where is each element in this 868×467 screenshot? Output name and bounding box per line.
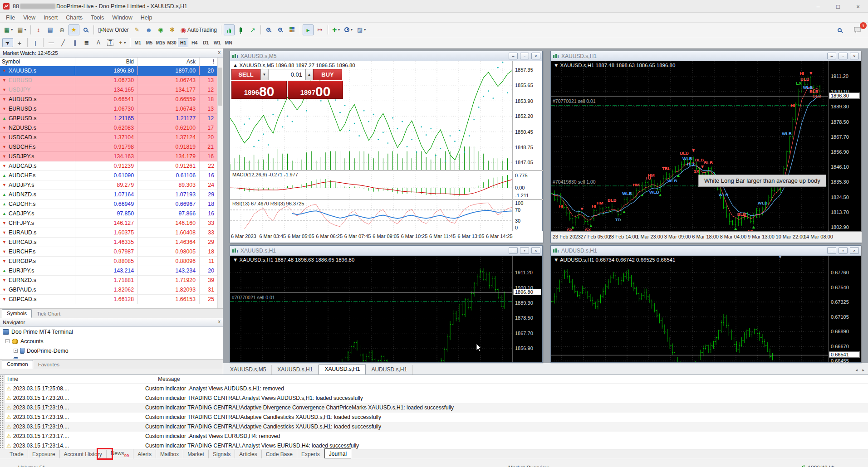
- menu-help[interactable]: Help: [137, 14, 157, 22]
- tab-signals[interactable]: Signals: [209, 450, 235, 458]
- expand-icon[interactable]: +: [14, 349, 18, 353]
- sell-price[interactable]: 189680: [231, 81, 287, 99]
- terminal-column-header[interactable]: Time Message: [0, 375, 868, 384]
- timeframe-m1-button[interactable]: M1: [132, 39, 143, 47]
- col-bid[interactable]: Bid: [75, 58, 138, 66]
- periods-button[interactable]: ▾: [343, 24, 354, 35]
- col-spread[interactable]: !: [200, 58, 218, 66]
- maximize-button[interactable]: □: [828, 0, 848, 13]
- volume-input[interactable]: 0.01: [268, 69, 305, 80]
- line-chart-button[interactable]: ↗: [247, 24, 258, 35]
- table-row-USDJPY[interactable]: ▼USDJPY134.165134.17712: [0, 85, 223, 95]
- table-row-EURGBP.s[interactable]: ▼EURGBP.s0.880850.8809611: [0, 257, 223, 266]
- table-row-EURJPY.s[interactable]: ▲EURJPY.s143.214143.23420: [0, 266, 223, 276]
- chart-body[interactable]: ▲ XAUUSD.s,M5 1896.88 1897.27 1896.55 18…: [230, 61, 542, 243]
- col-time[interactable]: Time: [6, 375, 154, 384]
- zoom-in-button[interactable]: +: [263, 24, 274, 35]
- chat-button[interactable]: 1: [852, 24, 863, 35]
- table-row-USDCAD.s[interactable]: ▼USDCAD.s1.371041.3712420: [0, 133, 223, 142]
- text-button[interactable]: A: [93, 38, 104, 47]
- timeframe-h1-button[interactable]: H1: [178, 39, 188, 47]
- arrows-button[interactable]: ✦▾: [117, 38, 128, 47]
- tab-favorites[interactable]: Favorites: [34, 361, 64, 369]
- chart-window-titlebar[interactable]: XAUUSD.s,M5–▫×: [230, 51, 542, 61]
- market-watch-header[interactable]: Market Watch: 12:45:25 x: [0, 49, 223, 58]
- autotrading-button[interactable]: ◉AutoTrading: [179, 24, 219, 35]
- window-minimize-button[interactable]: –: [827, 247, 836, 254]
- tab-journal[interactable]: Journal: [324, 448, 351, 458]
- trendline-button[interactable]: ╱: [58, 38, 69, 47]
- menu-view[interactable]: View: [19, 14, 39, 22]
- macd-pane[interactable]: MACD(12,26,9) -0.271 -1.977: [230, 171, 512, 199]
- navigator-item-terminal[interactable]: Doo Prime MT4 Terminal: [0, 327, 223, 336]
- scripts-button[interactable]: ✎: [132, 24, 142, 35]
- table-row-GBPUSD.s[interactable]: ▲GBPUSD.s1.211651.2117712: [0, 114, 223, 123]
- collapse-icon[interactable]: −: [5, 339, 10, 343]
- tab-news[interactable]: News99: [107, 449, 134, 458]
- tab-market[interactable]: Market: [183, 450, 209, 458]
- table-row-USDJPY.s[interactable]: ▼USDJPY.s134.163134.17916: [0, 152, 223, 161]
- tab-mailbox[interactable]: Mailbox: [156, 450, 183, 458]
- col-message[interactable]: Message: [154, 376, 180, 382]
- one-click-trade-panel[interactable]: SELL▼0.01▲BUY189680189700: [231, 69, 343, 99]
- timeframe-h4-button[interactable]: H4: [189, 39, 200, 47]
- timeframe-m5-button[interactable]: M5: [144, 39, 154, 47]
- table-row-GBPCAD.s[interactable]: ▼GBPCAD.s1.661281.6615325: [0, 295, 223, 304]
- timeframe-m15-button[interactable]: M15: [155, 39, 166, 47]
- close-button[interactable]: ×: [848, 0, 868, 13]
- chart-tab-0[interactable]: XAUUSD.s,M5: [225, 365, 272, 375]
- navigator-button[interactable]: ⊕: [57, 24, 68, 35]
- price-pane[interactable]: ▲ XAUUSD.s,M5 1896.88 1897.27 1896.55 18…: [230, 61, 512, 170]
- navigator-close-icon[interactable]: x: [218, 319, 221, 324]
- chart-shift-button[interactable]: ↦: [314, 24, 325, 35]
- window-restore-button[interactable]: ▫: [520, 53, 529, 59]
- navigator-item-accounts[interactable]: − Accounts: [0, 336, 223, 346]
- navigator-item-account-demo[interactable]: + DooPrime-Demo: [0, 346, 223, 355]
- timeframe-d1-button[interactable]: D1: [201, 39, 211, 47]
- market-watch-scrollbar[interactable]: [217, 58, 223, 308]
- market-watch-button[interactable]: ↕: [33, 24, 44, 35]
- chart-window-tr[interactable]: XAUUSD.s,H1–▫×HISX▲▼SX▲HIHMBLBTD▲WLBHM▲T…: [550, 51, 861, 243]
- price-pane[interactable]: HISX▲▼SX▲HIHMBLBTD▲WLBHM▲TUHMWLB▲TBLWLB▲…: [551, 61, 828, 231]
- menu-insert[interactable]: Insert: [39, 14, 62, 22]
- horizontal-line-button[interactable]: —: [46, 38, 57, 47]
- table-row-NZDUSD.s[interactable]: ▼NZDUSD.s0.620830.6210017: [0, 123, 223, 133]
- chart-window-titlebar[interactable]: XAUUSD.s,H1–▫×: [551, 51, 861, 61]
- chart-body[interactable]: ▼▼ AUDUSD.s,H1 0.66734 0.66742 0.66525 0…: [551, 256, 861, 362]
- tab-articles[interactable]: Articles: [235, 450, 261, 458]
- timeframe-w1-button[interactable]: W1: [212, 39, 222, 47]
- search-button[interactable]: [834, 24, 845, 35]
- table-row-GBPAUD.s[interactable]: ▼GBPAUD.s1.820621.8209331: [0, 285, 223, 295]
- text-label-button[interactable]: T: [105, 38, 116, 47]
- tile-windows-button[interactable]: [287, 24, 298, 35]
- table-row-CHFJPY.s[interactable]: ▼CHFJPY.s146.127146.16033: [0, 219, 223, 228]
- tab-symbols[interactable]: Symbols: [2, 309, 32, 318]
- window-restore-button[interactable]: ▫: [520, 247, 529, 254]
- new-order-button[interactable]: ▯+New Order: [96, 24, 131, 35]
- table-row-EURAUD.s[interactable]: ▼EURAUD.s1.603751.6040833: [0, 228, 223, 238]
- fibonacci-button[interactable]: ≣: [81, 38, 92, 47]
- price-pane[interactable]: #70770021 sell 0.01▼ XAUUSD.s,H1 1887.48…: [230, 256, 512, 362]
- timeframe-mn-button[interactable]: MN: [223, 39, 234, 47]
- vertical-line-button[interactable]: |: [30, 38, 41, 47]
- volume-increase-button[interactable]: ▲: [305, 69, 313, 80]
- window-close-button[interactable]: ×: [850, 247, 859, 254]
- window-close-button[interactable]: ×: [531, 53, 540, 59]
- col-symbol[interactable]: Symbol: [0, 58, 75, 66]
- table-row-AUDUSD.s[interactable]: ▼AUDUSD.s0.665410.6655918: [0, 95, 223, 104]
- indicators-button[interactable]: ✚▾: [330, 24, 342, 35]
- profiles-button[interactable]: ▤▾: [15, 24, 28, 35]
- window-close-button[interactable]: ×: [531, 247, 540, 254]
- table-row-AUDCHF.s[interactable]: ▲AUDCHF.s0.610900.6110616: [0, 171, 223, 180]
- tab-exposure[interactable]: Exposure: [28, 450, 60, 458]
- table-row-EURNZD.s[interactable]: ▼EURNZD.s1.718811.7192039: [0, 276, 223, 285]
- chart-window-bl[interactable]: XAUUSD.s,H1–▫×#70770021 sell 0.01▼ XAUUS…: [230, 245, 543, 363]
- table-row-EURUSD.s[interactable]: ▼EURUSD.s1.067301.0674313: [0, 104, 223, 114]
- chart-window-titlebar[interactable]: AUDUSD.s,H1–▫×: [551, 246, 861, 256]
- chart-window-titlebar[interactable]: XAUUSD.s,H1–▫×: [230, 246, 542, 256]
- chart-body[interactable]: HISX▲▼SX▲HIHMBLBTD▲WLBHM▲TUHMWLB▲TBLWLB▲…: [551, 61, 861, 243]
- market-watch-close-icon[interactable]: x: [218, 49, 221, 55]
- tab-tick-chart[interactable]: Tick Chart: [32, 310, 65, 318]
- menu-window[interactable]: Window: [108, 14, 136, 22]
- table-row-AUDJPY.s[interactable]: ▼AUDJPY.s89.27989.30324: [0, 180, 223, 190]
